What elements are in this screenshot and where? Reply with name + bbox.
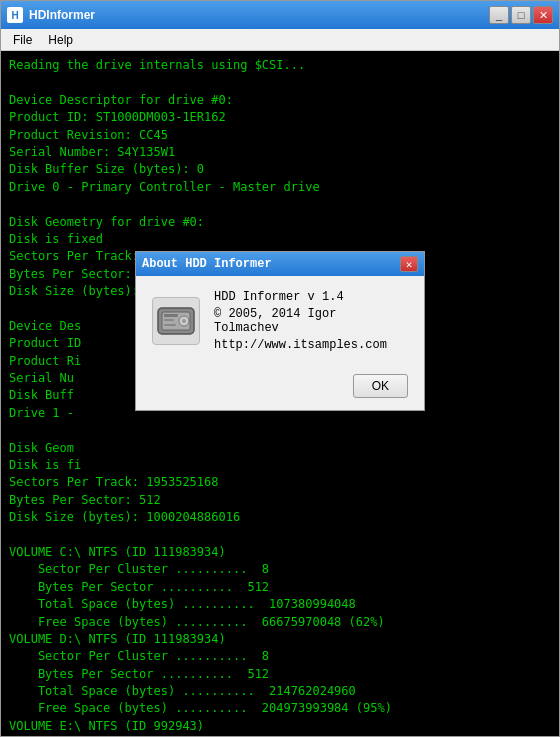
menu-file[interactable]: File: [5, 31, 40, 49]
svg-rect-6: [164, 324, 176, 326]
website-label: http://www.itsamples.com: [214, 338, 408, 352]
copyright-label: © 2005, 2014 Igor Tolmachev: [214, 307, 408, 335]
about-dialog: About HDD Informer ✕: [135, 251, 425, 411]
title-bar: H HDInformer _ □ ✕: [1, 1, 559, 29]
svg-rect-4: [164, 314, 178, 317]
dialog-footer: OK: [136, 366, 424, 410]
dialog-info: HDD Informer v 1.4 © 2005, 2014 Igor Tol…: [214, 290, 408, 352]
maximize-button[interactable]: □: [511, 6, 531, 24]
menu-help[interactable]: Help: [40, 31, 81, 49]
minimize-button[interactable]: _: [489, 6, 509, 24]
close-button[interactable]: ✕: [533, 6, 553, 24]
svg-rect-5: [164, 319, 174, 321]
dialog-overlay: About HDD Informer ✕: [1, 51, 559, 736]
dialog-title: About HDD Informer: [142, 257, 400, 271]
window-title: HDInformer: [29, 8, 489, 22]
dialog-close-button[interactable]: ✕: [400, 256, 418, 272]
app-icon: H: [7, 7, 23, 23]
hdd-svg-icon: [156, 304, 196, 338]
main-window: H HDInformer _ □ ✕ File Help Reading the…: [0, 0, 560, 737]
app-name-label: HDD Informer v 1.4: [214, 290, 408, 304]
title-bar-buttons: _ □ ✕: [489, 6, 553, 24]
svg-point-3: [182, 319, 186, 323]
terminal-output: Reading the drive internals using $CSI..…: [1, 51, 559, 736]
dialog-title-bar: About HDD Informer ✕: [136, 252, 424, 276]
dialog-body: HDD Informer v 1.4 © 2005, 2014 Igor Tol…: [136, 276, 424, 366]
menu-bar: File Help: [1, 29, 559, 51]
ok-button[interactable]: OK: [353, 374, 408, 398]
app-logo: [152, 297, 200, 345]
